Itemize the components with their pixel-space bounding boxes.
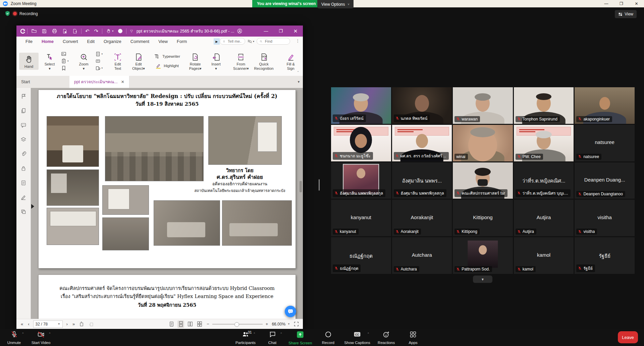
participant-tile[interactable]: คณะศิลปกรรมศาสตร์ far — [453, 162, 513, 199]
last-page-button[interactable]: » — [71, 322, 76, 327]
first-page-button[interactable]: « — [20, 322, 24, 327]
tab-start[interactable]: Start — [16, 76, 69, 88]
gallery-more-button[interactable]: ▼ — [473, 276, 492, 283]
tell-me-search[interactable] — [220, 38, 245, 45]
text-viewer-tool[interactable] — [95, 58, 103, 64]
read-aloud-play-button[interactable]: ▶ — [214, 38, 220, 45]
leave-button[interactable]: Leave — [618, 331, 638, 343]
menu-view[interactable]: View — [158, 39, 168, 44]
new-document-icon[interactable] — [72, 29, 77, 34]
tab-list-caret-icon[interactable]: ▼ — [297, 80, 303, 84]
continuous-view-icon[interactable] — [177, 320, 184, 328]
bookmark-tool[interactable] — [61, 65, 69, 71]
select-tool[interactable]: Select▾ — [40, 50, 59, 72]
snapshot-previous-view-icon[interactable] — [78, 320, 85, 328]
sidebar-layers-icon[interactable] — [20, 137, 26, 144]
apps-button[interactable]: Apps — [402, 329, 424, 346]
share-screen-button[interactable]: Share Screen — [288, 329, 312, 346]
zoom-out-button[interactable]: − — [206, 322, 210, 327]
tell-me-input[interactable] — [227, 39, 242, 44]
gallery-view-button[interactable]: View — [615, 10, 637, 18]
start-video-button[interactable]: ⌃Start Video — [30, 329, 52, 346]
captions-floating-button[interactable] — [285, 306, 296, 317]
participant-tile[interactable]: AutcharaAutchara — [392, 237, 452, 274]
next-page-button[interactable]: › — [65, 322, 69, 327]
chevron-up-icon[interactable]: ⌃ — [21, 332, 24, 336]
menu-comment[interactable]: Comment — [130, 39, 149, 44]
record-macro-icon[interactable] — [118, 29, 122, 33]
maximize-button[interactable]: ❐ — [614, 0, 629, 7]
sidebar-sign-icon[interactable] — [20, 194, 26, 202]
participant-tile[interactable]: AutjiraAutjira — [514, 200, 574, 236]
participant-tile[interactable]: ธณัฏฐ์กฤตธณัฏฐ์กฤต — [331, 237, 391, 274]
save-icon[interactable] — [42, 29, 47, 34]
facing-continuous-view-icon[interactable] — [196, 320, 203, 328]
participant-tile[interactable]: Pattraporn Sod. — [453, 237, 513, 274]
print-icon[interactable] — [52, 28, 57, 34]
menu-home[interactable]: Home — [42, 39, 54, 44]
quick-recognition-button[interactable]: OCRQuickRecognition — [252, 50, 276, 72]
participant-tile[interactable]: อังศุมาลิน นพพรพิกุลสกุล — [331, 162, 391, 199]
tab-document[interactable]: ppt ตรวจประเมินฯคณ... ✕ — [69, 76, 129, 88]
pdf-minimize-button[interactable]: — — [259, 29, 273, 34]
previous-page-button[interactable]: ‹ — [27, 322, 30, 327]
menu-file[interactable]: File — [25, 39, 33, 44]
fill-sign-button[interactable]: Fill &Sign — [281, 50, 301, 72]
find-search[interactable] — [257, 38, 290, 45]
zoom-in-button[interactable]: + — [265, 322, 269, 327]
edit-text-button[interactable]: EditText — [108, 50, 127, 72]
pdf-close-button[interactable]: ✕ — [288, 28, 303, 34]
chevron-up-icon[interactable]: ⌃ — [280, 332, 282, 336]
participant-tile[interactable]: ชนกนาถ มะยูโซ๊ะ — [331, 125, 391, 161]
zoom-slider[interactable]: − + — [206, 322, 269, 327]
sidebar-bookmark-icon[interactable] — [20, 93, 26, 101]
participant-tile[interactable]: kamolkamol — [514, 237, 574, 274]
menu-organize[interactable]: Organize — [104, 39, 121, 44]
participant-tile[interactable]: warawan — [453, 87, 513, 124]
hand-tool-quick-icon[interactable]: ▾ — [106, 29, 113, 34]
panel-expand-arrow[interactable] — [31, 204, 34, 209]
snapshot-next-view-icon[interactable] — [88, 320, 95, 328]
participant-tile[interactable]: Deanpen Duang...Deanpen Duangtanoo — [575, 162, 635, 199]
edit-object-button[interactable]: EditObject▾ — [129, 50, 148, 72]
insert-button[interactable]: Insert▾ — [206, 50, 226, 72]
from-scanner-button[interactable]: FromScanner▾ — [231, 50, 251, 72]
typewriter-button[interactable]: Typewriter — [154, 53, 180, 60]
fit-page-tool[interactable]: ▾ — [95, 51, 103, 57]
participant-tile[interactable]: winai — [453, 125, 513, 161]
participant-tile[interactable]: ผศ.ดร. สรร ถวัลย์วงศ์ศรี มร... — [392, 125, 452, 161]
facing-view-icon[interactable] — [187, 320, 194, 328]
participant-tile[interactable]: KittipongKittipong — [453, 200, 513, 236]
advanced-search-icon[interactable]: ▾ — [247, 39, 254, 44]
participant-tile[interactable]: PW. Chee — [514, 125, 574, 161]
pdf-maximize-button[interactable]: ❐ — [273, 29, 288, 34]
open-file-icon[interactable] — [31, 28, 37, 34]
account-icon[interactable] — [237, 28, 243, 34]
menu-convert[interactable]: Convert — [63, 39, 78, 44]
view-options-button[interactable]: View Options ˅ — [317, 0, 354, 8]
zoom-slider-thumb[interactable] — [234, 322, 239, 327]
page-number-box[interactable]: 32 / 78 ▼ — [33, 320, 63, 328]
fullscreen-icon[interactable] — [293, 320, 300, 328]
chevron-up-icon[interactable]: ⌃ — [48, 332, 51, 336]
participant-tile[interactable]: visithavisitha — [575, 200, 635, 236]
highlight-button[interactable]: Highlight — [155, 62, 179, 69]
participant-tile[interactable]: AorakanjitAorakanjit — [392, 200, 452, 236]
hand-tool[interactable]: Hand — [19, 53, 39, 70]
participants-button[interactable]: 31⌃Participants — [235, 329, 256, 346]
show-captions-button[interactable]: CC⌃Show Captions — [344, 329, 370, 346]
export-document-icon[interactable] — [62, 29, 67, 34]
snapshot-tool[interactable] — [61, 51, 69, 57]
document-scrollbar[interactable] — [300, 181, 302, 192]
close-button[interactable]: ✕ — [629, 0, 644, 7]
rotate-pages-button[interactable]: RotatePages▾ — [185, 50, 205, 72]
record-button[interactable]: Record — [317, 329, 339, 346]
menu-edit[interactable]: Edit — [87, 39, 95, 44]
zoom-tool[interactable]: Zoom▾ — [74, 50, 94, 72]
participant-tile[interactable]: นภดล ทิพยรัตน์ — [392, 87, 452, 124]
chevron-up-icon[interactable]: ⌃ — [253, 332, 256, 336]
sidebar-clip-icon[interactable] — [20, 151, 26, 158]
participant-tile[interactable]: อังศุมาลิน นพพร...อังศุมาลิน นพพรพิกุลสก… — [392, 162, 452, 199]
reactions-button[interactable]: Reactions — [376, 329, 397, 346]
clipboard-tool[interactable]: ▾ — [61, 58, 69, 64]
